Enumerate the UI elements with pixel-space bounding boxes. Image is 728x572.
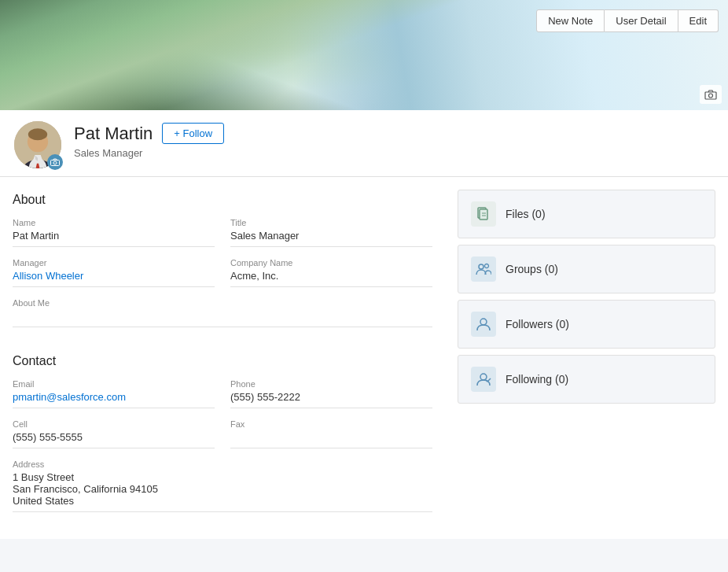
avatar-wrap <box>13 120 63 170</box>
following-svg-icon <box>476 371 491 387</box>
company-field-group: Company Name Acme, Inc. <box>230 258 432 287</box>
address-line3[interactable]: United States <box>13 495 74 507</box>
svg-point-18 <box>485 264 489 268</box>
profile-name-area: Pat Martin + Follow Sales Manager <box>74 120 224 159</box>
email-field-group: Email pmartin@salesforce.com <box>13 379 215 408</box>
company-value: Acme, Inc. <box>230 270 432 287</box>
fax-field-group: Fax <box>230 419 432 448</box>
cell-field-group: Cell (555) 555-5555 <box>13 419 215 448</box>
email-label: Email <box>13 379 215 389</box>
address-line2[interactable]: San Francisco, California 94105 <box>13 483 158 495</box>
banner: New Note User Detail Edit <box>0 0 728 110</box>
following-label: Following (0) <box>506 373 568 386</box>
files-label: Files (0) <box>506 208 546 220</box>
fax-label: Fax <box>230 419 432 429</box>
manager-value[interactable]: Allison Wheeler <box>13 270 215 287</box>
new-note-button[interactable]: New Note <box>536 9 605 32</box>
profile-job-title: Sales Manager <box>74 147 224 159</box>
svg-point-1 <box>709 94 713 98</box>
about-section-title: About <box>13 193 432 207</box>
profile-header: Pat Martin + Follow Sales Manager <box>0 110 728 177</box>
about-me-field-group: About Me <box>13 298 432 327</box>
title-label: Title <box>230 218 432 227</box>
title-field-group: Title Sales Manager <box>230 218 432 247</box>
left-panel: About Name Pat Martin Title Sales Manage… <box>0 177 445 539</box>
about-me-label: About Me <box>13 298 432 308</box>
groups-label: Groups (0) <box>506 263 558 275</box>
contact-fields-grid: Email pmartin@salesforce.com Phone (555)… <box>13 379 432 523</box>
main-content: About Name Pat Martin Title Sales Manage… <box>0 177 728 539</box>
address-value: 1 Busy Street San Francisco, California … <box>13 471 432 512</box>
banner-camera-button[interactable] <box>700 85 722 104</box>
edit-button[interactable]: Edit <box>678 9 719 32</box>
followers-card[interactable]: Followers (0) <box>458 300 715 349</box>
phone-label: Phone <box>230 379 432 389</box>
profile-name-row: Pat Martin + Follow <box>74 123 224 144</box>
avatar-camera-icon <box>50 158 60 166</box>
follow-button[interactable]: + Follow <box>162 123 224 144</box>
banner-actions: New Note User Detail Edit <box>536 9 719 32</box>
groups-card[interactable]: Groups (0) <box>458 245 715 293</box>
right-panel: Files (0) Groups (0) <box>445 177 728 539</box>
manager-field-group: Manager Allison Wheeler <box>13 258 215 287</box>
avatar-camera-button[interactable] <box>47 154 63 170</box>
cell-value: (555) 555-5555 <box>13 431 215 448</box>
about-me-value <box>13 310 432 327</box>
name-value: Pat Martin <box>13 230 215 247</box>
svg-point-20 <box>480 374 487 380</box>
svg-point-17 <box>479 264 483 269</box>
address-label: Address <box>13 459 432 469</box>
about-section: About Name Pat Martin Title Sales Manage… <box>13 193 432 338</box>
contact-section: Contact Email pmartin@salesforce.com Pho… <box>13 354 432 523</box>
address-field-group: Address 1 Busy Street San Francisco, Cal… <box>13 459 432 512</box>
following-icon <box>471 367 496 392</box>
title-value: Sales Manager <box>230 230 432 247</box>
files-icon <box>471 201 496 227</box>
svg-point-12 <box>53 161 57 164</box>
groups-svg-icon <box>476 261 491 277</box>
profile-name: Pat Martin <box>74 124 153 144</box>
followers-label: Followers (0) <box>506 318 569 330</box>
followers-icon <box>471 312 496 337</box>
phone-value: (555) 555-2222 <box>230 391 432 408</box>
name-field-group: Name Pat Martin <box>13 218 215 247</box>
files-svg-icon <box>476 206 491 222</box>
user-detail-button[interactable]: User Detail <box>605 9 678 32</box>
svg-rect-0 <box>705 92 716 99</box>
files-card[interactable]: Files (0) <box>458 190 715 238</box>
groups-icon <box>471 256 496 282</box>
fax-value <box>230 431 432 448</box>
email-value[interactable]: pmartin@salesforce.com <box>13 391 215 408</box>
svg-point-19 <box>480 319 487 325</box>
cell-label: Cell <box>13 419 215 429</box>
contact-section-title: Contact <box>13 354 432 368</box>
followers-svg-icon <box>476 316 491 332</box>
name-label: Name <box>13 218 215 227</box>
manager-label: Manager <box>13 258 215 268</box>
phone-field-group: Phone (555) 555-2222 <box>230 379 432 408</box>
about-fields-grid: Name Pat Martin Title Sales Manager Mana… <box>13 218 432 338</box>
svg-point-8 <box>28 128 47 140</box>
company-label: Company Name <box>230 258 432 268</box>
camera-icon <box>704 89 717 100</box>
svg-rect-14 <box>480 209 487 220</box>
following-card[interactable]: Following (0) <box>458 355 715 404</box>
profile-page: New Note User Detail Edit <box>0 0 728 539</box>
address-line1[interactable]: 1 Busy Street <box>13 471 74 483</box>
